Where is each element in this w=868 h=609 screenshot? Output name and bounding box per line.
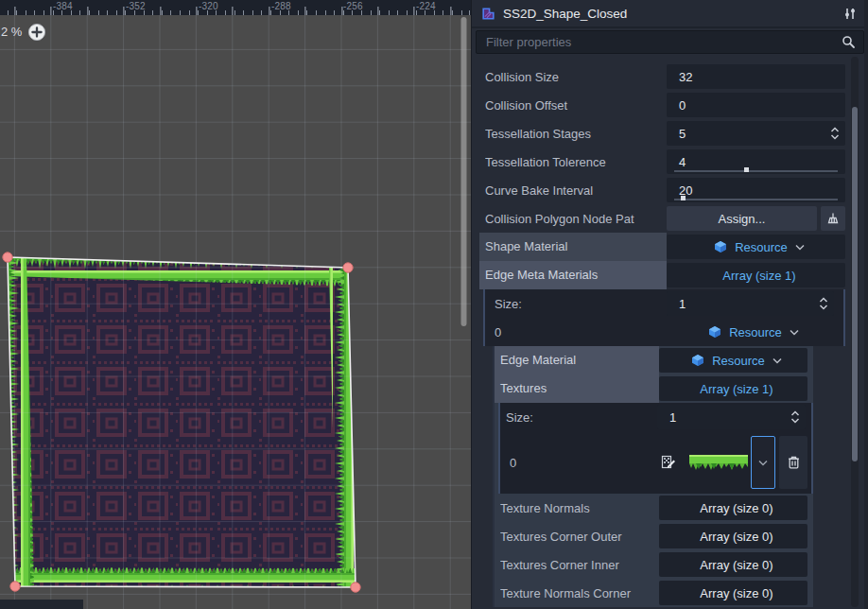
property-row-edge-meta-materials: Edge Meta Materials Array (size 1) [472,261,868,289]
edge-material-resource-dropdown[interactable]: Resource [659,348,807,373]
chevron-down-icon [795,244,805,251]
ruler-label: -384 [53,1,73,11]
point-handle [351,583,360,592]
property-label: Tessellation Stages [485,127,667,141]
property-row-edge-material: Edge Material Resource [495,346,813,374]
shape-material-resource-dropdown[interactable]: Resource [667,235,845,259]
textures-array-button[interactable]: Array (size 1) [659,376,807,401]
texture-thumbnail[interactable] [689,455,748,471]
ss2d-shape-fill[interactable] [8,257,356,587]
delete-texture-button[interactable] [779,436,807,489]
clear-nodepath-button[interactable] [821,206,845,231]
collision-offset-input[interactable]: 0 [667,93,845,117]
array-link: Array (size 1) [679,269,840,283]
property-label: Edge Material [495,346,659,374]
tessellation-stages-spinbox[interactable]: 5 [667,121,845,146]
resource-link: Resource [735,240,788,254]
property-label: Collision Polygon Node Pat [485,212,667,226]
array-index-label: 0 [495,325,667,339]
property-row-collision-polygon-node-path: Collision Polygon Node Pat Assign... [472,204,868,233]
chevron-down-icon [790,329,799,336]
tessellation-tolerence-slider[interactable]: 4 [667,149,845,174]
property-label: Collision Size [485,70,667,84]
horizontal-ruler: -384 -352 -320 -288 -256 -224 [0,0,471,15]
resource-cube-icon [691,354,704,367]
array-size-row: Size: 1 [500,403,811,431]
ruler-label: -320 [199,1,218,11]
texture-normals-array-button[interactable]: Array (size 0) [659,496,807,520]
curve-bake-interval-slider[interactable]: 20 [667,178,845,202]
textures-corner-inner-array-button[interactable]: Array (size 0) [659,552,807,577]
array-size-row: Size: 1 [485,289,843,318]
property-row-textures-corner-inner: Textures Corner Inner Array (size 0) [495,550,813,579]
ruler-label: -224 [416,1,436,11]
spinbox-updown-icon[interactable] [830,127,840,140]
texture-normals-corner-array-button[interactable]: Array (size 0) [659,581,807,605]
inspector-header: SS2D_Shape_Closed [472,0,868,28]
filter-properties-searchbar [476,30,864,54]
property-label: Texture Normals Corner [500,586,659,600]
canvas-viewport[interactable]: -384 -352 -320 -288 -256 -224 2 % [0,0,471,609]
value-text: 4 [679,155,840,169]
add-point-icon[interactable] [27,23,46,42]
extra-tools-button[interactable] [841,4,859,23]
ss2d-node-icon [480,6,496,22]
array-link: Array (size 0) [671,558,802,572]
array-link: Array (size 0) [671,586,802,600]
texture-resource-dropdown[interactable] [751,436,775,489]
value-text: 1 [669,410,787,425]
property-label: Textures Corner Inner [500,558,659,572]
edge-meta-materials-array-button[interactable]: Array (size 1) [667,263,845,287]
point-handle [3,252,12,262]
textures-corner-outer-array-button[interactable]: Array (size 0) [659,524,807,548]
inspected-object-title: SS2D_Shape_Closed [503,7,834,21]
textures-size-spinbox[interactable]: 1 [657,405,806,429]
value-text: 1 [679,297,815,311]
resource-link: Resource [729,325,782,339]
value-text: 0 [679,98,840,113]
zoom-percent-label[interactable]: 2 % [1,25,22,39]
chevron-down-icon [758,460,768,466]
property-label: Size: [506,410,657,425]
property-label: Textures Corner Outer [500,530,659,544]
slider-grabber[interactable] [744,167,749,172]
property-row-shape-material: Shape Material Resource [472,233,868,261]
edit-resource-button[interactable] [661,455,676,470]
property-label: Textures [495,374,659,403]
edge-meta-size-spinbox[interactable]: 1 [667,291,834,316]
property-label: Texture Normals [500,501,659,515]
edge-meta-item0-resource-dropdown[interactable]: Resource [667,320,834,344]
value-text: 32 [679,70,840,84]
inspector-scrollarea: Collision Size 32 Collision Offset 0 Tes… [472,57,868,607]
array-index-label: 0 [510,456,661,470]
grass-texture-preview [689,455,748,471]
property-row-collision-offset: Collision Offset 0 [472,91,868,119]
array-link: Array (size 0) [671,501,802,515]
edit-resource-icon [661,455,676,470]
broom-icon [826,212,840,225]
inspector-scrollbar-thumb[interactable] [852,107,858,461]
property-row-tessellation-tolerence: Tessellation Tolerence 4 [472,148,868,176]
edge-material-section: Edge Material Resource Textures [493,346,813,607]
array-link: Array (size 0) [671,530,802,544]
filter-properties-input[interactable] [484,34,842,50]
textures-array-panel: Size: 1 0 [498,403,813,494]
point-handle [343,263,353,272]
collision-size-input[interactable]: 32 [667,64,845,89]
value-text: 20 [679,183,840,198]
slider-track[interactable] [674,199,838,200]
spinbox-updown-icon[interactable] [819,297,828,310]
property-label: Tessellation Tolerence [485,155,667,169]
property-row-curve-bake-interval: Curve Bake Interval 20 [472,176,868,204]
property-row-collision-size: Collision Size 32 [472,62,868,91]
array-link: Array (size 1) [671,382,802,396]
slider-track[interactable] [674,170,838,172]
texture-item-row: 0 [500,431,811,494]
resource-cube-icon [714,240,727,253]
property-row-textures: Textures Array (size 1) [495,374,813,403]
chevron-down-icon [773,357,782,364]
spinbox-updown-icon[interactable] [790,410,800,424]
viewport-vscrollbar[interactable] [461,17,467,326]
assign-nodepath-button[interactable]: Assign... [667,206,817,231]
slider-grabber[interactable] [681,196,686,200]
